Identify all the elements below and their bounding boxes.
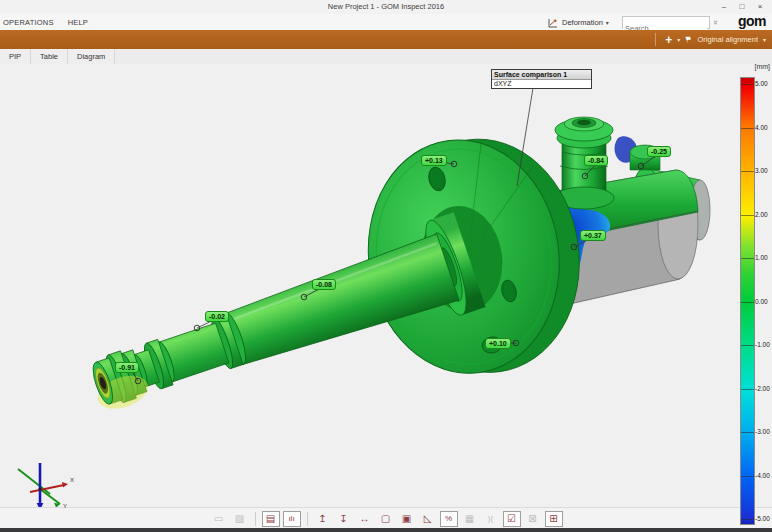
scale-tick-label: 1.00: [755, 254, 772, 261]
minimize-button[interactable]: –: [716, 0, 732, 14]
grid-icon: ▦: [461, 511, 479, 527]
chevron-down-icon[interactable]: ▾: [763, 36, 766, 43]
percent-toggle-icon[interactable]: %: [440, 511, 458, 527]
check-toggle-icon[interactable]: ☑: [503, 511, 521, 527]
align-top-icon[interactable]: ↥: [314, 511, 332, 527]
chevron-down-icon: ▾: [606, 19, 609, 26]
zoom-region-icon[interactable]: ▢: [377, 511, 395, 527]
search-box: [622, 16, 710, 29]
legend-toggle-icon[interactable]: ılı: [283, 511, 301, 527]
scale-tick-label: -3.00: [755, 428, 772, 435]
callout-title: Surface comparison 1: [492, 70, 591, 80]
scale-tick-label: -5.00: [755, 515, 772, 522]
scale-tick-label: 0.00: [755, 298, 772, 305]
maximize-button[interactable]: □: [734, 0, 750, 14]
scale-tick: [741, 432, 754, 433]
scale-tick: [741, 345, 754, 346]
window-title: New Project 1 - GOM Inspect 2016: [0, 2, 772, 11]
view-mode-dropdown[interactable]: Deformation ▾: [548, 15, 609, 29]
view-tabbar: PIPTableDiagram: [0, 49, 772, 65]
zoom-fit-icon[interactable]: ▣: [398, 511, 416, 527]
tab-pip[interactable]: PIP: [0, 49, 31, 64]
toolbar-separator: [255, 512, 256, 526]
viewport-toolbar: ▭▨▤ılı↥↧↔▢▣◺%▦)(☑⊠⊞: [0, 507, 772, 529]
deviation-label[interactable]: -0.02: [205, 311, 229, 322]
pip-toggle-icon: ▭: [210, 511, 228, 527]
search-expand-button[interactable]: »: [710, 16, 720, 28]
toolbar-separator: [307, 512, 308, 526]
alignment-selector[interactable]: Original alignment: [698, 35, 758, 44]
labels-toggle-icon[interactable]: ▤: [262, 511, 280, 527]
3d-viewport[interactable]: [0, 64, 772, 507]
axis-x-label: X: [70, 477, 74, 483]
tab-table[interactable]: Table: [31, 49, 68, 64]
menu-help[interactable]: HELP: [68, 18, 88, 27]
scale-tick: [741, 389, 754, 390]
scale-tick: [741, 84, 754, 85]
scale-tick-label: -4.00: [755, 472, 772, 479]
view-mode-label: Deformation: [562, 18, 603, 27]
alignment-flag-icon[interactable]: ⚑: [684, 34, 694, 45]
scale-tick: [741, 258, 754, 259]
deviation-label[interactable]: +0.10: [485, 338, 511, 349]
mirror-icon: )(: [482, 511, 500, 527]
align-middle-icon[interactable]: ↧: [335, 511, 353, 527]
scale-tick-label: 3.00: [755, 167, 772, 174]
deviation-label[interactable]: -0.91: [115, 362, 139, 373]
surface-comparison-callout[interactable]: Surface comparison 1 dXYZ: [491, 69, 592, 89]
window-bottom-edge: [0, 528, 772, 532]
callout-subtitle: dXYZ: [492, 80, 591, 88]
scale-tick-label: -2.00: [755, 385, 772, 392]
deformation-icon: [548, 17, 559, 28]
deviation-label[interactable]: -0.25: [647, 146, 671, 157]
deviation-label[interactable]: +0.37: [580, 230, 606, 241]
scale-tick-label: -1.00: [755, 341, 772, 348]
gom-logo: gom: [738, 13, 766, 29]
deviation-label[interactable]: -0.08: [312, 279, 336, 290]
deviation-label[interactable]: -0.84: [584, 155, 608, 166]
add-element-button[interactable]: +: [665, 34, 672, 46]
scale-tick: [741, 171, 754, 172]
scale-tick-label: 5.00: [755, 80, 772, 87]
close-button[interactable]: ×: [752, 0, 768, 14]
alignment-toolbar: + ▾ ⚑ Original alignment ▾: [0, 30, 772, 50]
clipping-icon: ▨: [231, 511, 249, 527]
menu-operations[interactable]: OPERATIONS: [3, 18, 54, 27]
titlebar: New Project 1 - GOM Inspect 2016 – □ ×: [0, 0, 772, 15]
toolbar-separator: [655, 33, 656, 46]
discard-icon: ⊠: [524, 511, 542, 527]
chevron-down-icon[interactable]: ▾: [677, 36, 680, 43]
scale-tick-label: 2.00: [755, 211, 772, 218]
scale-tick: [741, 519, 754, 520]
tab-diagram[interactable]: Diagram: [68, 49, 115, 64]
deviation-label[interactable]: +0.13: [421, 155, 447, 166]
menubar: OPERATIONSHELP Deformation ▾ » gom: [0, 14, 772, 30]
measure-icon[interactable]: ◺: [419, 511, 437, 527]
scale-tick-label: 4.00: [755, 124, 772, 131]
layout-toggle-icon[interactable]: ⊞: [545, 511, 563, 527]
gom-inspect-window: New Project 1 - GOM Inspect 2016 – □ × O…: [0, 0, 772, 532]
scale-tick: [741, 128, 754, 129]
scale-unit-label: [mm]: [740, 63, 770, 70]
scale-tick: [741, 302, 754, 303]
scale-tick: [741, 215, 754, 216]
scale-tick: [741, 476, 754, 477]
align-width-icon[interactable]: ↔: [356, 511, 374, 527]
axis-y-label: Y: [63, 503, 67, 509]
